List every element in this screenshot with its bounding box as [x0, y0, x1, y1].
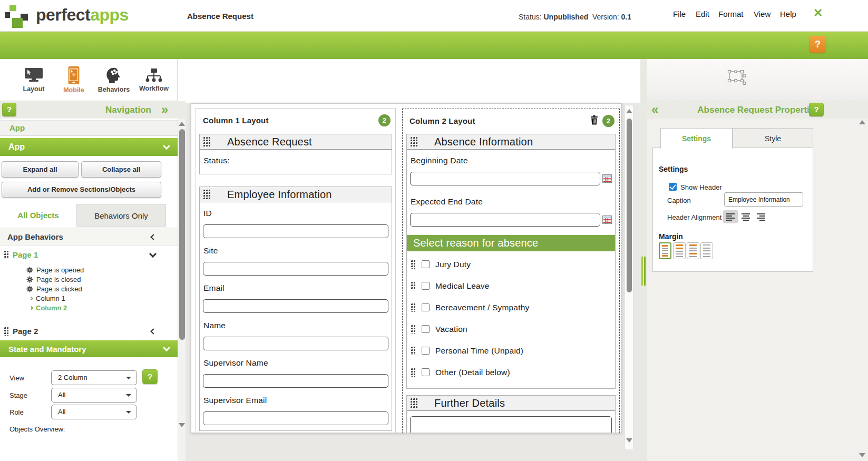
tree-page-1[interactable]: Page 1 [0, 247, 178, 263]
scroll-up-icon[interactable] [179, 122, 185, 126]
margin-preset-2-button[interactable] [673, 242, 686, 259]
name-input[interactable] [203, 337, 388, 350]
tab-all-objects[interactable]: All Objects [0, 204, 76, 227]
tab-style[interactable]: Style [733, 128, 813, 148]
toolbar-item-workflow[interactable]: Workflow [138, 59, 170, 101]
tree-item-page-clicked[interactable]: Page is clicked [26, 284, 82, 293]
splitter-grip-icon[interactable] [641, 257, 647, 286]
scroll-down-icon[interactable] [626, 438, 632, 443]
close-icon[interactable]: ✕ [813, 6, 823, 20]
section-header[interactable]: Employee Information [200, 187, 392, 202]
expected-end-date-input[interactable] [410, 213, 600, 227]
drag-handle-icon[interactable] [411, 368, 416, 377]
scroll-up-icon[interactable] [626, 109, 632, 113]
properties-help-button[interactable]: ? [809, 103, 824, 116]
menu-edit[interactable]: Edit [696, 9, 709, 18]
checkbox-row: Medical Leave [410, 275, 612, 297]
bereavement-checkbox[interactable] [422, 303, 430, 311]
caret-down-icon [126, 377, 131, 382]
drag-handle-icon[interactable] [4, 251, 9, 259]
ribbon-help-button[interactable]: ? [810, 36, 826, 53]
app-tree-header[interactable]: App [0, 138, 178, 156]
menu-format[interactable]: Format [718, 9, 744, 18]
drag-handle-icon[interactable] [4, 327, 9, 336]
tab-settings[interactable]: Settings [660, 128, 733, 149]
drag-handle-icon[interactable] [411, 282, 416, 290]
margin-preset-4-button[interactable] [700, 242, 713, 259]
medical-leave-checkbox[interactable] [422, 282, 430, 290]
role-select[interactable]: All [51, 405, 137, 419]
absence-information-section[interactable]: Absence Information Beginning Date Expec… [406, 134, 616, 389]
tree-item-page-opened[interactable]: Page is opened [26, 265, 84, 274]
column-1-layout-panel[interactable]: Column 1 Layout 2 Absence Request Status… [196, 108, 396, 433]
right-panel-splitter[interactable] [640, 59, 647, 461]
column-2-layout-panel[interactable]: Column 2 Layout 2 Absence Information Be… [402, 109, 620, 433]
properties-collapse-icon[interactable]: « [651, 102, 658, 117]
further-details-input[interactable] [410, 416, 612, 433]
drag-handle-icon[interactable] [411, 260, 416, 269]
app-behaviors-header[interactable]: App Behaviors [0, 228, 178, 246]
drag-handle-icon[interactable] [411, 325, 416, 334]
site-input[interactable] [203, 262, 388, 276]
margin-preset-3-button[interactable] [687, 242, 699, 259]
align-right-button[interactable] [754, 210, 768, 223]
further-details-section[interactable]: Further Details [406, 395, 616, 433]
navigation-help-button[interactable]: ? [2, 103, 16, 116]
align-left-button[interactable] [723, 210, 738, 223]
supervisor-name-input[interactable] [203, 374, 388, 388]
email-input[interactable] [203, 299, 388, 313]
menu-help[interactable]: Help [780, 9, 796, 18]
section-header[interactable]: Absence Information [407, 134, 615, 150]
section-header[interactable]: Further Details [407, 396, 615, 411]
canvas-scrollbar-thumb[interactable] [627, 119, 632, 292]
drag-handle-icon[interactable] [411, 303, 416, 312]
state-mandatory-header[interactable]: State and Mandatory [0, 340, 178, 357]
personal-time-checkbox[interactable] [422, 347, 430, 355]
navigation-collapse-icon[interactable]: » [161, 102, 168, 117]
tree-item-column-2[interactable]: Column 2 [30, 303, 67, 312]
tree-page-2[interactable]: Page 2 [0, 323, 178, 340]
nav-scrollbar-thumb[interactable] [179, 129, 185, 340]
collapse-all-button[interactable]: Collapse all [81, 161, 161, 178]
scroll-down-icon[interactable] [859, 453, 865, 457]
scroll-down-icon[interactable] [179, 423, 185, 427]
tree-item-page-closed[interactable]: Page is closed [26, 274, 81, 284]
menu-file[interactable]: File [673, 9, 686, 18]
tab-behaviors-only[interactable]: Behaviors Only [76, 204, 166, 227]
vacation-checkbox[interactable] [422, 325, 430, 333]
expand-all-button[interactable]: Expand all [2, 161, 79, 178]
calendar-icon[interactable] [602, 215, 612, 224]
employee-information-section[interactable]: Employee Information ID Site Email Name … [199, 187, 392, 431]
toolbar-item-mobile[interactable]: Mobile [58, 59, 90, 101]
jury-duty-checkbox[interactable] [422, 260, 430, 268]
absence-request-section[interactable]: Absence Request Status: [199, 134, 392, 174]
menu-view[interactable]: View [754, 9, 771, 18]
drag-handle-icon[interactable] [411, 137, 417, 146]
scroll-up-icon[interactable] [859, 120, 865, 124]
section-header[interactable]: Absence Request [200, 134, 392, 150]
tree-item-column-1[interactable]: Column 1 [30, 293, 65, 303]
other-checkbox[interactable] [422, 368, 430, 376]
drag-handle-icon[interactable] [203, 190, 210, 199]
caption-input[interactable] [724, 192, 803, 207]
calendar-icon[interactable] [602, 174, 612, 183]
canvas-scrollbar[interactable] [625, 105, 633, 450]
align-center-button[interactable] [738, 210, 753, 223]
drag-handle-icon[interactable] [203, 137, 210, 146]
beginning-date-input[interactable] [410, 172, 600, 185]
supervisor-email-input[interactable] [203, 411, 388, 425]
chevron-right-icon [30, 296, 33, 300]
add-remove-sections-button[interactable]: Add or Remove Sections/Objects [2, 182, 161, 198]
id-input[interactable] [203, 224, 388, 238]
show-header-checkbox[interactable] [669, 183, 677, 191]
toolbar-item-layout[interactable]: Layout [18, 59, 50, 101]
drag-handle-icon[interactable] [411, 398, 417, 408]
nav-scrollbar[interactable] [178, 119, 186, 461]
view-help-button[interactable]: ? [142, 369, 158, 384]
margin-preset-1-button[interactable] [659, 242, 671, 259]
toolbar-item-behaviors[interactable]: Behaviors [98, 59, 130, 101]
stage-select[interactable]: All [51, 388, 137, 403]
drag-handle-icon[interactable] [411, 347, 416, 355]
trash-icon[interactable] [590, 115, 598, 125]
view-select[interactable]: 2 Column [51, 370, 137, 385]
